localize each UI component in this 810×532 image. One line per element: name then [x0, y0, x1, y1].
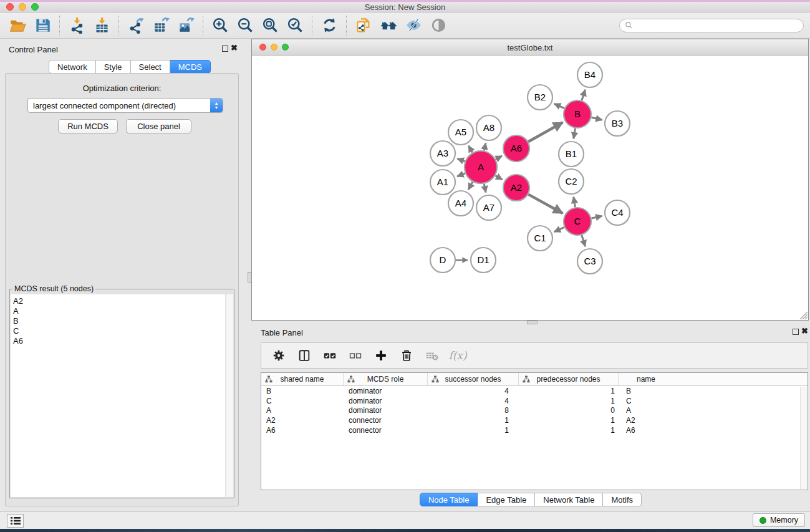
graph-edge-C-C3[interactable] — [582, 235, 586, 246]
column-header-successor-nodes[interactable]: successor nodes — [428, 373, 519, 385]
tab-select[interactable]: Select — [131, 60, 170, 74]
table-row[interactable]: Cdominator41C — [261, 396, 808, 406]
refresh-icon[interactable] — [317, 15, 342, 36]
select-stepper-icon: ▲▼ — [210, 99, 223, 112]
graph-edge-C-C1[interactable] — [554, 227, 564, 231]
export-image-icon[interactable] — [173, 15, 198, 36]
zoom-selected-icon[interactable] — [282, 15, 307, 36]
graph-edge-B-B3[interactable] — [591, 117, 602, 120]
function-icon: f(x) — [449, 347, 466, 364]
table-cell: 0 — [519, 406, 619, 415]
export-network-icon[interactable] — [123, 15, 148, 36]
mcds-result-list[interactable]: A2ABCA6 — [11, 294, 225, 497]
graph-node-label: C1 — [534, 233, 546, 243]
graph-edge-B-B2[interactable] — [554, 104, 564, 108]
table-row[interactable]: Adominator80A — [261, 405, 808, 415]
table-row[interactable]: Bdominator41B — [261, 386, 808, 396]
table-cell: C — [619, 397, 673, 405]
tab-mcds[interactable]: MCDS — [170, 60, 211, 74]
close-table-panel-icon[interactable]: ✖ — [801, 327, 808, 336]
column-header-shared-name[interactable]: shared name — [261, 373, 344, 385]
settings-icon[interactable] — [270, 347, 287, 364]
optimization-select[interactable]: largest connected component (directed) ▲… — [27, 98, 223, 113]
close-panel-button[interactable]: Close panel — [126, 119, 191, 133]
toolbar-group — [64, 15, 114, 36]
graph-edge-C-C2[interactable] — [574, 197, 576, 208]
float-panel-icon[interactable] — [222, 46, 228, 52]
clone-network-icon[interactable] — [351, 15, 376, 36]
table-cell: dominator — [344, 406, 428, 415]
mcds-result-item[interactable]: A — [13, 306, 225, 316]
hide-eye-icon[interactable] — [401, 15, 426, 36]
tab-network-table[interactable]: Network Table — [535, 493, 603, 506]
desktop-strip — [0, 529, 810, 532]
toolbar-group — [5, 15, 55, 36]
search-box[interactable] — [619, 19, 804, 32]
search-input[interactable] — [636, 21, 798, 30]
panel-list-button[interactable] — [7, 514, 24, 528]
mcds-list-scrollbar[interactable] — [226, 294, 233, 497]
columns-icon[interactable] — [296, 347, 313, 364]
table-row[interactable]: A2connector11A2 — [261, 415, 808, 425]
run-mcds-button[interactable]: Run MCDS — [58, 119, 118, 133]
save-icon[interactable] — [30, 15, 55, 36]
mcds-result-item[interactable]: C — [13, 326, 225, 336]
table-cell: connector — [344, 426, 428, 435]
tab-edge-table[interactable]: Edge Table — [478, 493, 535, 506]
column-header-MCDS-role[interactable]: MCDS role — [344, 373, 428, 385]
float-table-panel-icon[interactable] — [793, 329, 799, 335]
mcds-result-item[interactable]: B — [13, 316, 225, 326]
open-file-icon[interactable] — [5, 15, 30, 36]
resize-grip-icon[interactable] — [799, 311, 808, 319]
graph-edge-A-A5[interactable] — [468, 146, 472, 153]
graph-edge-B-B4[interactable] — [582, 90, 585, 100]
import-table-icon[interactable] — [89, 15, 114, 36]
close-panel-icon[interactable]: ✖ — [231, 44, 238, 52]
graph-edge-A-A3[interactable] — [458, 158, 465, 161]
graph-node-label: C2 — [565, 176, 577, 186]
optimization-label: Optimization criterion: — [6, 84, 238, 93]
graph-edge-A-A7[interactable] — [484, 183, 486, 192]
mcds-result-item[interactable]: A2 — [13, 296, 225, 306]
graph-node-label: B4 — [584, 69, 595, 80]
table-scrollbar[interactable] — [800, 387, 807, 489]
zoom-in-icon[interactable] — [208, 15, 233, 36]
memory-button[interactable]: Memory — [753, 513, 805, 527]
tab-node-table[interactable]: Node Table — [420, 493, 478, 506]
graph-edge-B-B1[interactable] — [574, 128, 576, 139]
zoom-out-icon[interactable] — [233, 15, 258, 36]
tab-motifs[interactable]: Motifs — [603, 493, 642, 506]
graph-edge-A2-C[interactable] — [528, 195, 562, 213]
graph-edge-A6-B[interactable] — [528, 122, 562, 142]
graph-node-label: A1 — [437, 177, 448, 187]
graph-edge-A-A2[interactable] — [495, 176, 502, 180]
eye-icon[interactable] — [426, 15, 451, 36]
mcds-result-item[interactable]: A6 — [13, 336, 225, 346]
delete-table-icon — [423, 347, 441, 364]
graph-node-label: C3 — [584, 256, 595, 266]
tab-network[interactable]: Network — [49, 60, 96, 74]
graph-edge-C-C4[interactable] — [591, 216, 602, 218]
select-all-icon[interactable] — [321, 347, 339, 364]
graph-node-label: A3 — [437, 148, 448, 158]
graph-edge-A-A6[interactable] — [496, 156, 502, 159]
zoom-fit-icon[interactable] — [258, 15, 282, 36]
column-header-name[interactable]: name — [619, 373, 673, 385]
export-table-icon[interactable] — [148, 15, 173, 36]
attribute-tree-icon — [523, 375, 530, 383]
import-network-icon[interactable] — [64, 15, 89, 36]
network-window-titlebar[interactable]: testGlobe.txt — [252, 39, 808, 56]
deselect-all-icon[interactable] — [347, 347, 364, 364]
network-window-title: testGlobe.txt — [252, 43, 808, 52]
graph-edge-A-A1[interactable] — [457, 173, 465, 177]
column-header-predecessor-nodes[interactable]: predecessor nodes — [519, 373, 619, 385]
graph-edge-A-A8[interactable] — [484, 143, 485, 150]
graph-node-label: B3 — [612, 118, 623, 128]
graph-edge-A-A4[interactable] — [468, 182, 473, 190]
add-icon[interactable] — [372, 347, 390, 364]
table-row[interactable]: A6connector11A6 — [261, 425, 808, 435]
network-canvas[interactable]: AA1A2A3A4A5A6A7A8BB1B2B3B4CC1C2C3C4DD1 — [252, 56, 808, 320]
tab-style[interactable]: Style — [96, 60, 131, 74]
home-icon[interactable] — [376, 15, 401, 36]
delete-icon[interactable] — [398, 347, 415, 364]
